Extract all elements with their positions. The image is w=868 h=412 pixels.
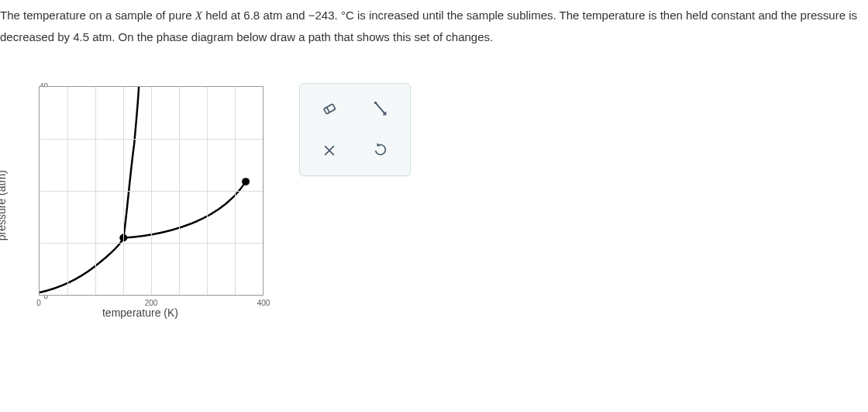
eraser-icon — [319, 99, 339, 119]
undo-tool[interactable] — [357, 132, 404, 169]
svg-point-3 — [374, 102, 377, 104]
phase-diagram[interactable]: pressure (atm) 0 20 40 0 200 400 — [5, 78, 276, 350]
line-icon — [370, 99, 391, 119]
xtick-400: 400 — [257, 299, 270, 307]
y-axis-label: pressure (atm) — [0, 170, 8, 241]
critical-point — [242, 178, 250, 185]
q-part: atm and — [260, 9, 308, 22]
undo-icon — [372, 142, 389, 159]
eraser-tool[interactable] — [306, 90, 353, 127]
svg-line-1 — [326, 107, 329, 113]
x-axis-label: temperature (K) — [102, 306, 178, 319]
question-text: The temperature on a sample of pure X he… — [0, 0, 868, 47]
pressure-delta: 4.5 — [73, 30, 89, 43]
clear-tool[interactable] — [306, 132, 353, 169]
line-tool[interactable] — [357, 90, 404, 127]
q-part: The temperature on a sample of pure — [0, 9, 195, 22]
svg-line-2 — [376, 102, 386, 114]
q-part: held at — [202, 9, 243, 22]
pressure-initial: 6.8 — [243, 9, 260, 22]
plot-area[interactable] — [39, 86, 264, 296]
temp-initial: −243. — [308, 9, 338, 22]
q-part: atm. On the phase diagram below draw a p… — [89, 30, 493, 43]
variable-x: X — [195, 9, 202, 22]
close-icon — [322, 143, 337, 158]
svg-rect-0 — [324, 104, 336, 114]
xtick-0: 0 — [36, 299, 41, 307]
drawing-toolbar — [299, 83, 411, 176]
